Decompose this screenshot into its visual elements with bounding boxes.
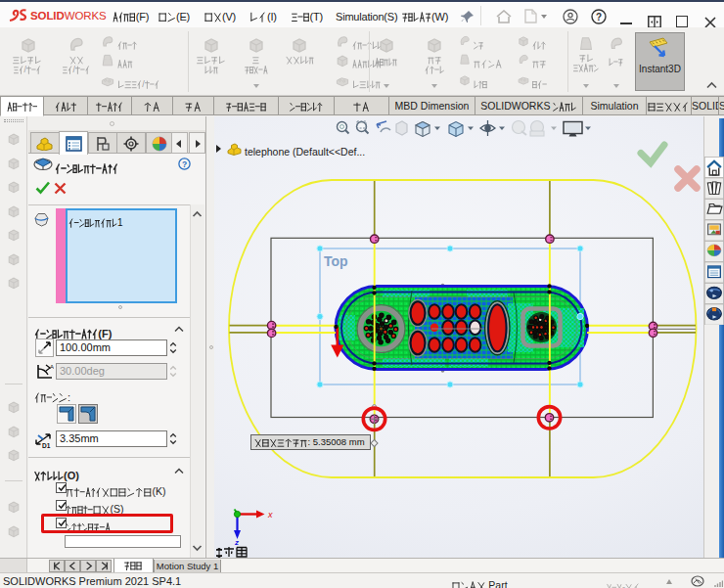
- svg-text:?: ?: [182, 159, 187, 169]
- svg-text:x: x: [267, 510, 273, 520]
- svg-text:A: A: [50, 364, 54, 370]
- svg-text:Top: Top: [324, 253, 348, 269]
- svg-text:?: ?: [596, 12, 602, 23]
- svg-text:D1: D1: [42, 442, 51, 449]
